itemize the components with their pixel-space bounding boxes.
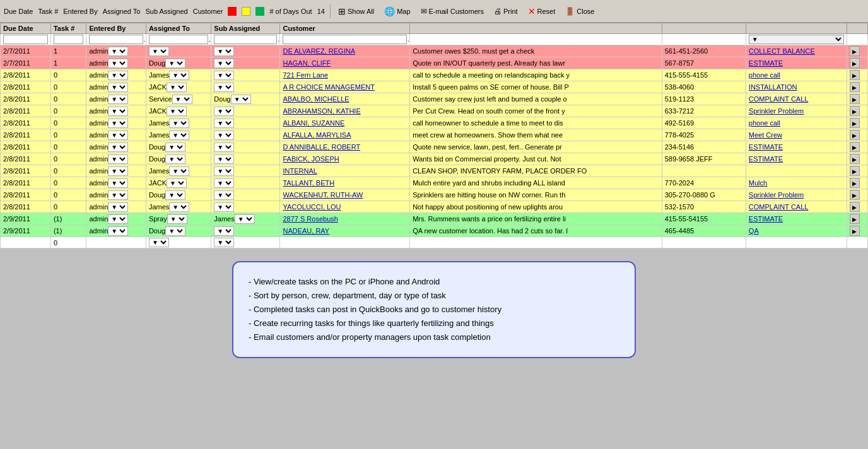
type-link[interactable]: ESTIMATE	[749, 155, 783, 163]
customer-link[interactable]: FABICK, JOSEPH	[283, 155, 339, 163]
assigned-to-select[interactable]: ▼	[167, 214, 187, 224]
entered-by-select[interactable]: ▼	[108, 59, 128, 68]
sub-assigned-select[interactable]: ▼	[214, 59, 234, 68]
sub-assigned-select[interactable]: ▼	[214, 202, 234, 212]
assigned-to-select[interactable]: ▼	[165, 59, 185, 68]
entered-by-select[interactable]: ▼	[108, 47, 128, 56]
customer-link[interactable]: NADEAU, RAY	[283, 227, 329, 235]
filter-task[interactable]	[54, 35, 84, 44]
sub-assigned-select[interactable]: ▼	[235, 214, 255, 224]
sub-assigned-select[interactable]: ▼	[214, 107, 234, 116]
action-icon[interactable]: ▶	[850, 142, 860, 152]
type-link[interactable]: Meet Crew	[749, 131, 782, 139]
assigned-to-select[interactable]: ▼	[169, 71, 189, 80]
entered-by-select[interactable]: ▼	[108, 143, 128, 152]
assigned-to-select[interactable]: ▼	[165, 190, 185, 200]
entered-by-select[interactable]: ▼	[108, 107, 128, 116]
action-icon[interactable]: ▶	[850, 166, 860, 176]
type-link[interactable]: COMPLAINT CALL	[749, 95, 809, 103]
assigned-to-select[interactable]: ▼	[165, 226, 185, 236]
show-all-button[interactable]: ⊞ Show All	[336, 5, 377, 18]
reset-button[interactable]: ✕ Reset	[525, 5, 558, 18]
entered-by-select[interactable]: ▼	[108, 214, 128, 224]
sub-assigned-select[interactable]: ▼	[214, 190, 234, 200]
action-icon[interactable]: ▶	[850, 82, 860, 92]
map-button[interactable]: 🌐 Map	[382, 5, 413, 18]
action-icon[interactable]: ▶	[850, 94, 860, 104]
action-icon[interactable]: ▶	[850, 58, 860, 68]
assigned-to-select[interactable]: ▼	[169, 119, 189, 128]
type-link[interactable]: Sprinkler Problem	[749, 191, 804, 199]
assigned-to-select[interactable]: ▼	[167, 83, 187, 92]
type-link[interactable]: ESTIMATE	[749, 215, 783, 223]
entered-by-select[interactable]: ▼	[108, 119, 128, 128]
type-link[interactable]: phone call	[749, 71, 780, 79]
entered-by-select[interactable]: ▼	[108, 95, 128, 104]
action-icon[interactable]: ▶	[850, 178, 860, 188]
assigned-to-select[interactable]: ▼	[172, 95, 192, 104]
sub-assigned-select[interactable]: ▼	[214, 47, 234, 56]
customer-link[interactable]: ABRAHAMSON, KATHIE	[283, 107, 360, 115]
entered-by-select[interactable]: ▼	[108, 190, 128, 200]
action-icon[interactable]: ▶	[850, 106, 860, 116]
customer-link[interactable]: DE ALVAREZ, REGINA	[283, 47, 355, 55]
type-link[interactable]: ESTIMATE	[749, 59, 783, 67]
customer-link[interactable]: YACOLUCCI, LOU	[283, 203, 341, 211]
action-icon[interactable]: ▶	[850, 154, 860, 164]
entered-by-select[interactable]: ▼	[108, 166, 128, 176]
filter-duedate[interactable]	[3, 35, 48, 44]
customer-link[interactable]: TALLANT, BETH	[283, 179, 334, 187]
sub-assigned-select[interactable]: ▼	[214, 131, 234, 140]
action-icon[interactable]: ▶	[850, 202, 860, 212]
type-link[interactable]: INSTALLATION	[749, 83, 797, 91]
sub-assigned-select[interactable]: ▼	[214, 143, 234, 152]
action-icon[interactable]: ▶	[850, 118, 860, 128]
customer-link[interactable]: 721 Fern Lane	[283, 71, 328, 79]
sub-assigned-select[interactable]: ▼	[231, 95, 251, 104]
entered-by-select[interactable]: ▼	[108, 71, 128, 80]
customer-link[interactable]: A R CHOICE MANAGEMENT	[283, 83, 374, 91]
email-customers-button[interactable]: ✉ E-mail Customers	[418, 6, 486, 17]
customer-link[interactable]: D ANNIBALLE, ROBERT	[283, 143, 360, 151]
customer-link[interactable]: INTERNAL	[283, 167, 317, 175]
filter-enteredby[interactable]	[89, 35, 143, 44]
assigned-to-select[interactable]: ▼	[167, 178, 187, 188]
assigned-to-select[interactable]: ▼	[165, 143, 185, 152]
type-link[interactable]: QA	[749, 227, 759, 235]
customer-link[interactable]: 2877 S Rosebush	[283, 215, 337, 223]
assigned-to-select[interactable]: ▼	[169, 202, 189, 212]
sub-assigned-select[interactable]: ▼	[214, 238, 234, 247]
type-link[interactable]: phone call	[749, 119, 780, 127]
print-button[interactable]: 🖨 Print	[491, 6, 520, 17]
action-icon[interactable]: ▶	[850, 214, 860, 224]
customer-link[interactable]: ABALBO, MICHELLE	[283, 95, 349, 103]
assigned-to-select[interactable]: ▼	[165, 155, 185, 164]
type-link[interactable]: COLLECT BALANCE	[749, 47, 815, 55]
sub-assigned-select[interactable]: ▼	[214, 71, 234, 80]
sub-assigned-select[interactable]: ▼	[214, 155, 234, 164]
sub-assigned-select[interactable]: ▼	[214, 226, 234, 236]
customer-link[interactable]: WACKENHUT, RUTH-AW	[283, 191, 363, 199]
filter-assignedto[interactable]	[149, 35, 208, 44]
action-icon[interactable]: ▶	[850, 190, 860, 200]
action-icon[interactable]: ▶	[850, 70, 860, 80]
assigned-to-select[interactable]: ▼	[167, 107, 187, 116]
assigned-to-select[interactable]: ▼	[149, 47, 169, 56]
action-icon[interactable]: ▶	[850, 226, 860, 236]
sub-assigned-select[interactable]: ▼	[214, 166, 234, 176]
filter-customer[interactable]	[283, 35, 407, 44]
type-link[interactable]: Sprinkler Problem	[749, 107, 804, 115]
entered-by-select[interactable]: ▼	[108, 202, 128, 212]
customer-link[interactable]: HAGAN, CLIFF	[283, 59, 331, 67]
sub-assigned-select[interactable]: ▼	[214, 119, 234, 128]
close-button[interactable]: 🚪 Close	[563, 6, 597, 17]
sub-assigned-select[interactable]: ▼	[214, 83, 234, 92]
assigned-to-select[interactable]: ▼	[149, 238, 169, 247]
customer-link[interactable]: ALFALLA, MARYLISA	[283, 131, 351, 139]
action-icon[interactable]: ▶	[850, 46, 860, 56]
entered-by-select[interactable]: ▼	[108, 131, 128, 140]
filter-subassigned[interactable]	[214, 35, 277, 44]
entered-by-select[interactable]: ▼	[108, 83, 128, 92]
type-link[interactable]: COMPLAINT CALL	[749, 203, 809, 211]
type-link[interactable]: Mulch	[749, 179, 767, 187]
